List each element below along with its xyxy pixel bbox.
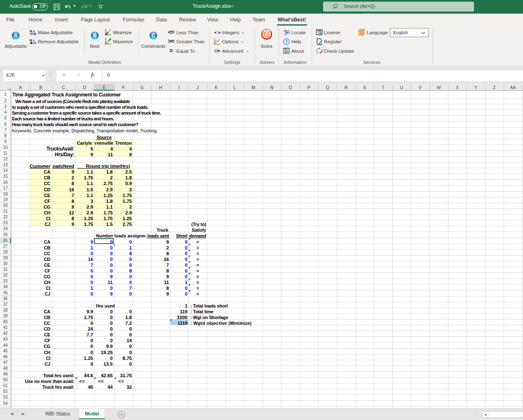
svg-text:C: C xyxy=(151,33,155,39)
svg-text:A: A xyxy=(14,33,17,39)
svg-text:1: 1 xyxy=(218,31,220,35)
svg-text:K: K xyxy=(30,29,33,33)
svg-text:?: ? xyxy=(285,39,288,44)
svg-text:K: K xyxy=(30,38,33,42)
svg-text:B: B xyxy=(93,33,96,39)
svg-text:x: x xyxy=(33,29,35,33)
svg-text:x: x xyxy=(33,38,35,42)
